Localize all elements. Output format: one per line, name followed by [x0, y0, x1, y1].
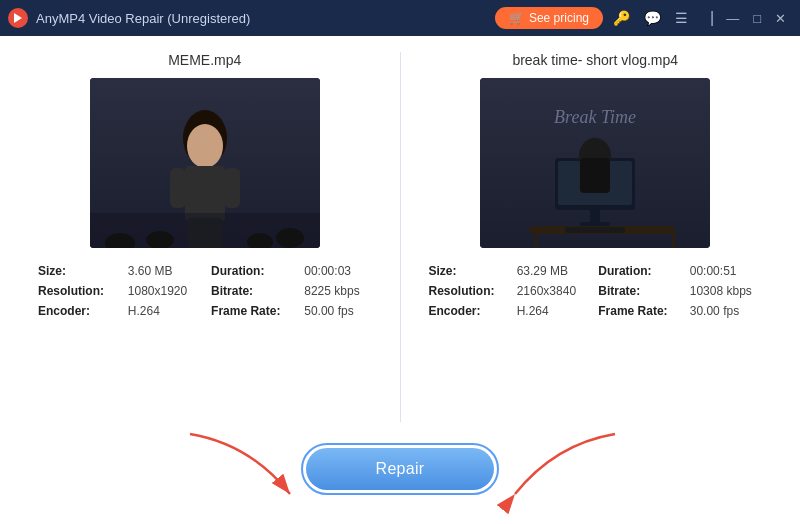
minimize-button[interactable]: —: [720, 9, 745, 28]
left-bitrate-value: 8225 kbps: [304, 284, 371, 298]
right-arrow: [495, 434, 615, 503]
right-video-panel: break time- short vlog.mp4 Break Time: [401, 52, 771, 422]
right-video-thumbnail: Break Time: [480, 78, 710, 248]
svg-rect-18: [580, 222, 610, 226]
repair-button-wrapper: Repair: [301, 443, 500, 495]
main-content: MEME.mp4: [0, 36, 800, 524]
videos-row: MEME.mp4: [30, 52, 770, 422]
left-framerate-value: 50.00 fps: [304, 304, 371, 318]
left-encoder-value: H.264: [128, 304, 199, 318]
left-file-info: Size: 3.60 MB Duration: 00:00:03 Resolut…: [30, 264, 380, 318]
right-framerate-value: 30.00 fps: [690, 304, 762, 318]
right-file-info: Size: 63.29 MB Duration: 00:00:51 Resolu…: [421, 264, 771, 318]
right-resolution-label: Resolution:: [429, 284, 505, 298]
left-encoder-label: Encoder:: [38, 304, 116, 318]
right-resolution-value: 2160x3840: [517, 284, 587, 298]
title-bar-left: AnyMP4 Video Repair (Unregistered): [8, 8, 250, 28]
repair-area: Repair: [30, 434, 770, 504]
svg-rect-22: [535, 234, 538, 248]
right-encoder-value: H.264: [517, 304, 587, 318]
svg-rect-24: [565, 227, 625, 233]
left-framerate-label: Frame Rate:: [211, 304, 292, 318]
see-pricing-button[interactable]: 🛒 See pricing: [495, 7, 603, 29]
left-resolution-value: 1080x1920: [128, 284, 199, 298]
app-title: AnyMP4 Video Repair (Unregistered): [36, 11, 250, 26]
repair-button[interactable]: Repair: [306, 448, 495, 490]
right-video-title: break time- short vlog.mp4: [512, 52, 678, 68]
svg-rect-4: [185, 166, 225, 221]
key-icon[interactable]: 🔑: [609, 8, 634, 28]
left-video-thumbnail: [90, 78, 320, 248]
right-size-label: Size:: [429, 264, 505, 278]
left-duration-label: Duration:: [211, 264, 292, 278]
left-resolution-label: Resolution:: [38, 284, 116, 298]
window-controls: | — □ ✕: [706, 9, 792, 28]
chat-icon[interactable]: 💬: [640, 8, 665, 28]
left-duration-value: 00:00:03: [304, 264, 371, 278]
maximize-button[interactable]: □: [747, 9, 767, 28]
right-encoder-label: Encoder:: [429, 304, 505, 318]
svg-point-12: [276, 228, 304, 248]
svg-point-3: [187, 124, 223, 168]
app-logo: [8, 8, 28, 28]
right-bitrate-value: 10308 kbps: [690, 284, 762, 298]
left-bitrate-label: Bitrate:: [211, 284, 292, 298]
svg-rect-6: [224, 168, 240, 208]
left-size-label: Size:: [38, 264, 116, 278]
menu-icon[interactable]: ☰: [671, 8, 692, 28]
cart-icon: 🛒: [509, 11, 524, 25]
left-size-value: 3.60 MB: [128, 264, 199, 278]
svg-rect-20: [580, 158, 610, 193]
right-duration-value: 00:00:51: [690, 264, 762, 278]
left-video-title: MEME.mp4: [168, 52, 241, 68]
right-size-value: 63.29 MB: [517, 264, 587, 278]
left-video-panel: MEME.mp4: [30, 52, 400, 422]
right-bitrate-label: Bitrate:: [598, 284, 678, 298]
title-bar-right: 🛒 See pricing 🔑 💬 ☰ | — □ ✕: [495, 7, 792, 29]
title-bar: AnyMP4 Video Repair (Unregistered) 🛒 See…: [0, 0, 800, 36]
left-arrow: [190, 434, 310, 503]
svg-marker-0: [14, 13, 22, 23]
svg-text:Break Time: Break Time: [554, 107, 636, 127]
svg-rect-17: [590, 210, 600, 224]
right-duration-label: Duration:: [598, 264, 678, 278]
svg-rect-5: [170, 168, 186, 208]
close-button[interactable]: ✕: [769, 9, 792, 28]
svg-rect-23: [672, 234, 675, 248]
right-framerate-label: Frame Rate:: [598, 304, 678, 318]
